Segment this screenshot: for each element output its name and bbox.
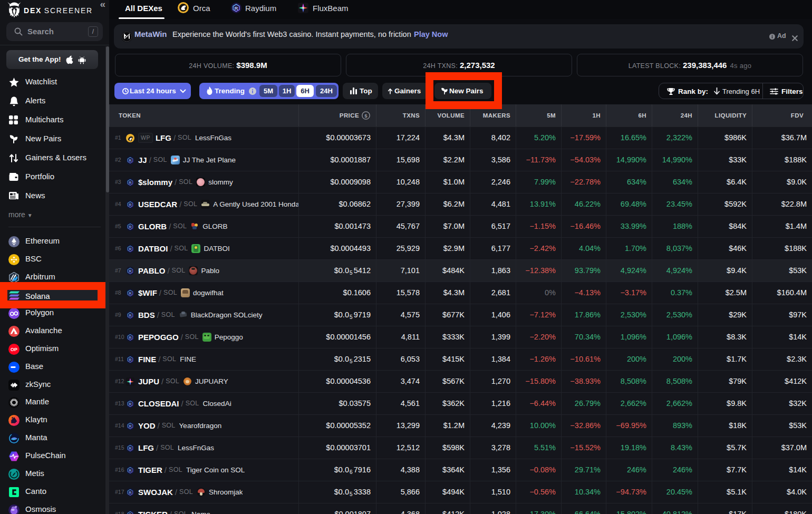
svg-text:R: R [129,401,132,406]
svg-text:R: R [129,445,132,450]
svg-text:R: R [129,290,132,295]
svg-text:R: R [129,202,132,207]
svg-text:R: R [129,423,132,428]
svg-text:R: R [129,468,132,472]
svg-text:R: R [129,313,132,317]
svg-text:R: R [129,180,132,185]
svg-text:R: R [235,5,238,11]
svg-text:R: R [129,512,132,514]
svg-text:R: R [129,158,132,162]
svg-text:OP: OP [11,347,17,352]
svg-text:R: R [129,224,132,229]
svg-text:R: R [129,246,132,251]
svg-text:$: $ [364,113,368,119]
svg-text:R: R [129,268,132,273]
svg-text:R: R [129,490,132,494]
svg-text:R: R [129,357,132,362]
svg-text:R: R [129,335,132,340]
